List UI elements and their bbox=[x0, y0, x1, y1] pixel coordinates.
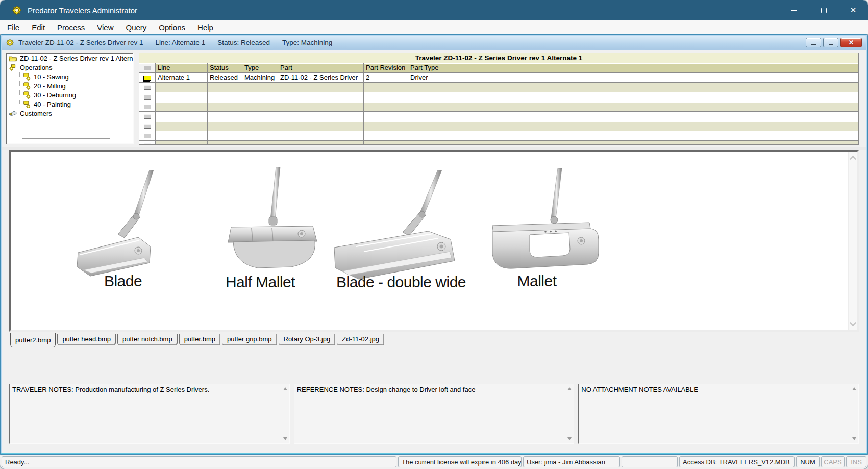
row-selector-cell[interactable] bbox=[139, 83, 156, 92]
cell-part-type[interactable]: Driver bbox=[408, 73, 858, 83]
row-selector-cell[interactable] bbox=[139, 112, 156, 121]
cell-line[interactable]: Alternate 1 bbox=[156, 73, 208, 83]
table-row[interactable]: Alternate 1 Released Machining ZD-11-02 … bbox=[139, 73, 858, 83]
tab-putter-bmp[interactable]: putter.bmp bbox=[179, 334, 220, 345]
child-caption-buttons: ✕ bbox=[806, 38, 862, 47]
child-minimize-icon bbox=[811, 44, 816, 45]
row-selector-cell[interactable] bbox=[139, 131, 156, 141]
col-header-line[interactable]: Line bbox=[156, 63, 208, 73]
putter-label-blade-double-wide: Blade - double wide bbox=[336, 274, 466, 291]
table-empty-row[interactable] bbox=[139, 121, 858, 131]
col-header-status[interactable]: Status bbox=[208, 63, 242, 73]
customers-icon bbox=[9, 110, 17, 117]
tab-putter-notch-bmp[interactable]: putter notch.bmp bbox=[117, 334, 178, 345]
child-close-button[interactable]: ✕ bbox=[840, 38, 862, 47]
table-select-all-cell[interactable] bbox=[139, 63, 156, 73]
table-title: Traveler ZD-11-02 - Z Series Driver rev … bbox=[139, 53, 858, 63]
col-header-type[interactable]: Type bbox=[242, 63, 278, 73]
putter-blade-double-wide-image bbox=[328, 170, 481, 287]
tree-horizontal-scrollbar[interactable] bbox=[22, 138, 110, 139]
row-button-icon bbox=[144, 105, 151, 109]
maximize-button[interactable] bbox=[809, 0, 838, 20]
maximize-icon bbox=[821, 8, 827, 13]
minimize-icon bbox=[791, 10, 797, 11]
child-restore-button[interactable] bbox=[823, 38, 838, 47]
status-ready: Ready... bbox=[2, 456, 396, 467]
tree-item-op-20-milling[interactable]: 20 - Milling bbox=[7, 81, 133, 90]
attachment-notes-text: NO ATTACHMENT NOTES AVAILABLE bbox=[581, 386, 698, 393]
tree-item-label: ZD-11-02 - Z Series Driver rev 1 Altern bbox=[20, 55, 133, 62]
close-button[interactable]: ✕ bbox=[838, 0, 868, 20]
row-selector-cell[interactable] bbox=[139, 92, 156, 102]
tree-item-op-40-painting[interactable]: 40 - Painting bbox=[7, 100, 133, 109]
row-selector-cell[interactable] bbox=[139, 102, 156, 112]
titlebar: Predator Travelers Administrator ✕ bbox=[0, 0, 868, 20]
tree-item-operations[interactable]: Operations bbox=[7, 63, 133, 72]
scroll-down-icon[interactable] bbox=[850, 319, 856, 326]
table-empty-row[interactable] bbox=[139, 112, 858, 121]
tree-item-label: 10 - Sawing bbox=[34, 73, 69, 81]
child-title-status: Status: Released bbox=[217, 39, 270, 46]
image-vertical-scrollbar[interactable] bbox=[848, 152, 857, 330]
col-header-part-type[interactable]: Part Type bbox=[408, 63, 858, 73]
tab-zd-11-02-jpg[interactable]: Zd-11-02.jpg bbox=[337, 334, 384, 345]
attachment-notes-panel[interactable]: NO ATTACHMENT NOTES AVAILABLE bbox=[578, 384, 859, 444]
child-title: Traveler ZD-11-02 - Z Series Driver rev … bbox=[18, 39, 344, 46]
menu-query[interactable]: Query bbox=[120, 21, 153, 33]
scroll-up-icon[interactable] bbox=[283, 387, 287, 390]
folder-icon bbox=[9, 55, 17, 62]
traveler-notes-panel[interactable]: TRAVELER NOTES: Production manufacturing… bbox=[9, 384, 290, 444]
table-empty-row[interactable] bbox=[139, 83, 858, 92]
status-caps-lock: CAPS bbox=[821, 456, 845, 467]
tree-item-traveler-root[interactable]: ZD-11-02 - Z Series Driver rev 1 Altern bbox=[7, 54, 133, 63]
table-empty-row[interactable] bbox=[139, 131, 858, 141]
operation-gear-icon bbox=[22, 73, 31, 81]
cell-type[interactable]: Machining bbox=[242, 73, 278, 83]
cell-part-revision[interactable]: 2 bbox=[364, 73, 408, 83]
tree-item-op-30-deburring[interactable]: 30 - Deburring bbox=[7, 90, 133, 100]
child-minimize-button[interactable] bbox=[806, 38, 821, 47]
menu-view[interactable]: View bbox=[91, 21, 119, 33]
row-selector-cell[interactable] bbox=[139, 73, 156, 83]
row-button-icon bbox=[144, 85, 151, 90]
scroll-up-icon[interactable] bbox=[852, 387, 856, 390]
status-license: The current license will expire in 406 d… bbox=[398, 456, 522, 467]
menu-help[interactable]: Help bbox=[191, 21, 219, 33]
minimize-button[interactable] bbox=[779, 0, 809, 20]
reference-notes-text: REFERENCE NOTES: Design change to Driver… bbox=[297, 386, 476, 393]
row-button-icon bbox=[144, 114, 151, 119]
table-empty-row[interactable] bbox=[139, 141, 858, 145]
table-empty-row[interactable] bbox=[139, 92, 858, 102]
app-window: Predator Travelers Administrator ✕ File … bbox=[0, 0, 868, 469]
tab-putter-head-bmp[interactable]: putter head.bmp bbox=[57, 334, 116, 345]
tree-item-customers[interactable]: Customers bbox=[7, 109, 133, 118]
row-selector-cell[interactable] bbox=[139, 121, 156, 131]
cell-part[interactable]: ZD-11-02 - Z Series Driver bbox=[278, 73, 364, 83]
traveler-gear-icon bbox=[6, 38, 14, 47]
scroll-down-icon[interactable] bbox=[567, 437, 572, 440]
menu-edit[interactable]: Edit bbox=[26, 21, 51, 33]
tab-putter-grip-bmp[interactable]: putter grip.bmp bbox=[222, 334, 277, 345]
statusbar: Ready... The current license will expire… bbox=[0, 455, 868, 469]
child-title-line: Line: Alternate 1 bbox=[156, 39, 206, 46]
reference-notes-panel[interactable]: REFERENCE NOTES: Design change to Driver… bbox=[294, 384, 575, 444]
menu-process[interactable]: Process bbox=[51, 21, 91, 33]
tree-table-splitter[interactable] bbox=[134, 53, 139, 144]
col-header-part-revision[interactable]: Part Revision bbox=[364, 63, 408, 73]
tab-rotary-op-3-jpg[interactable]: Rotary Op-3.jpg bbox=[279, 334, 336, 345]
table-empty-row[interactable] bbox=[139, 102, 858, 112]
window-caption-buttons: ✕ bbox=[779, 0, 868, 20]
tab-putter2-bmp[interactable]: putter2.bmp bbox=[10, 333, 56, 347]
tree-item-op-10-sawing[interactable]: 10 - Sawing bbox=[7, 72, 133, 81]
col-header-part[interactable]: Part bbox=[278, 63, 364, 73]
row-selector-cell[interactable] bbox=[139, 141, 156, 145]
menu-options[interactable]: Options bbox=[153, 21, 191, 33]
cell-status[interactable]: Released bbox=[208, 73, 242, 83]
scroll-down-icon[interactable] bbox=[283, 437, 287, 440]
row-button-icon bbox=[144, 143, 151, 145]
menu-file[interactable]: File bbox=[1, 21, 26, 33]
status-database: Access DB: TRAVELERS_V12.MDB bbox=[679, 456, 795, 467]
scroll-up-icon[interactable] bbox=[850, 156, 856, 162]
scroll-up-icon[interactable] bbox=[567, 387, 572, 390]
scroll-down-icon[interactable] bbox=[852, 437, 856, 440]
